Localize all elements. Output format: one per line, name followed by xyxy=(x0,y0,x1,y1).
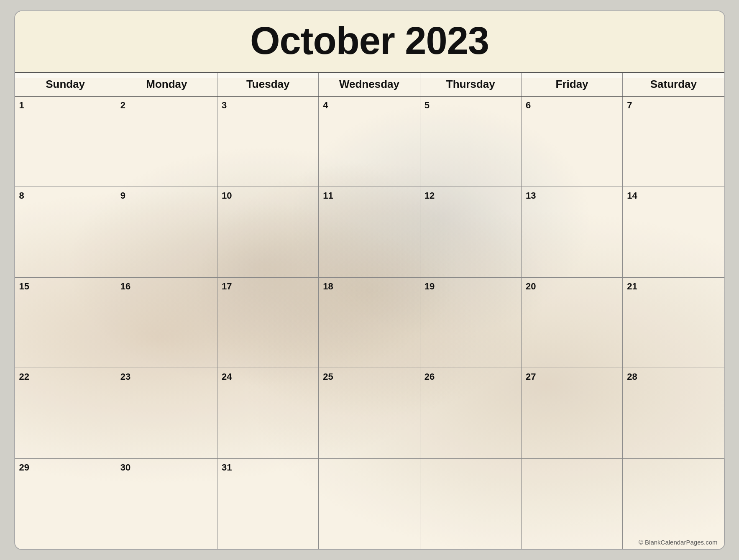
day-number: 8 xyxy=(19,190,112,201)
day-number: 20 xyxy=(526,281,618,292)
day-cell: 23 xyxy=(116,368,217,458)
day-cell xyxy=(420,459,522,549)
day-header-friday: Friday xyxy=(522,73,623,96)
calendar-grid: SundayMondayTuesdayWednesdayThursdayFrid… xyxy=(15,73,724,549)
day-header-tuesday: Tuesday xyxy=(217,73,319,96)
day-cell: 25 xyxy=(319,368,420,458)
day-cell: 31 xyxy=(217,459,319,549)
day-number: 1 xyxy=(19,100,112,111)
day-cell: 10 xyxy=(217,187,319,277)
day-cell: 16 xyxy=(116,278,217,368)
day-cell: 28 xyxy=(623,368,724,458)
day-number: 25 xyxy=(323,371,415,382)
day-cell xyxy=(623,459,724,549)
day-number: 22 xyxy=(19,371,112,382)
day-cell xyxy=(319,459,420,549)
day-number: 17 xyxy=(222,281,314,292)
day-cell: 29 xyxy=(15,459,116,549)
day-cell: 27 xyxy=(522,368,623,458)
day-cell: 17 xyxy=(217,278,319,368)
day-cell: 11 xyxy=(319,187,420,277)
calendar-header: October 2023 xyxy=(15,11,724,73)
day-cell: 20 xyxy=(522,278,623,368)
day-number: 5 xyxy=(424,100,517,111)
day-cell: 15 xyxy=(15,278,116,368)
day-cell: 14 xyxy=(623,187,724,277)
week-row-5: 293031 xyxy=(15,459,724,549)
day-number: 12 xyxy=(424,190,517,201)
day-number: 24 xyxy=(222,371,314,382)
day-number: 30 xyxy=(120,462,213,473)
day-cell: 26 xyxy=(420,368,522,458)
day-number: 7 xyxy=(627,100,720,111)
day-cell: 9 xyxy=(116,187,217,277)
week-row-1: 1234567 xyxy=(15,97,724,187)
day-number: 26 xyxy=(424,371,517,382)
day-cell: 4 xyxy=(319,97,420,187)
day-number: 18 xyxy=(323,281,415,292)
day-cell xyxy=(522,459,623,549)
day-number: 28 xyxy=(627,371,720,382)
day-header-wednesday: Wednesday xyxy=(319,73,420,96)
day-cell: 2 xyxy=(116,97,217,187)
day-number: 2 xyxy=(120,100,213,111)
day-number: 27 xyxy=(526,371,618,382)
day-number: 3 xyxy=(222,100,314,111)
day-header-thursday: Thursday xyxy=(420,73,522,96)
calendar-title: October 2023 xyxy=(15,19,724,63)
day-number: 19 xyxy=(424,281,517,292)
day-cell: 13 xyxy=(522,187,623,277)
day-number: 9 xyxy=(120,190,213,201)
week-row-4: 22232425262728 xyxy=(15,368,724,459)
day-cell: 18 xyxy=(319,278,420,368)
day-header-sunday: Sunday xyxy=(15,73,116,96)
day-cell: 22 xyxy=(15,368,116,458)
day-number: 13 xyxy=(526,190,618,201)
day-cell: 3 xyxy=(217,97,319,187)
day-number: 6 xyxy=(526,100,618,111)
day-number: 4 xyxy=(323,100,415,111)
day-number: 11 xyxy=(323,190,415,201)
day-cell: 30 xyxy=(116,459,217,549)
day-header-monday: Monday xyxy=(116,73,217,96)
day-number: 31 xyxy=(222,462,314,473)
week-row-3: 15161718192021 xyxy=(15,278,724,368)
day-number: 29 xyxy=(19,462,112,473)
day-cell: 24 xyxy=(217,368,319,458)
day-cell: 7 xyxy=(623,97,724,187)
day-cell: 8 xyxy=(15,187,116,277)
day-cell: 1 xyxy=(15,97,116,187)
day-cell: 21 xyxy=(623,278,724,368)
day-number: 10 xyxy=(222,190,314,201)
day-number: 15 xyxy=(19,281,112,292)
watermark: © BlankCalendarPages.com xyxy=(639,539,718,546)
day-headers-row: SundayMondayTuesdayWednesdayThursdayFrid… xyxy=(15,73,724,97)
day-cell: 19 xyxy=(420,278,522,368)
day-number: 16 xyxy=(120,281,213,292)
calendar-container: October 2023 SundayMondayTuesdayWednesda… xyxy=(14,10,725,550)
day-number: 21 xyxy=(627,281,720,292)
day-cell: 5 xyxy=(420,97,522,187)
weeks-container: 1234567891011121314151617181920212223242… xyxy=(15,97,724,549)
week-row-2: 891011121314 xyxy=(15,187,724,278)
day-cell: 12 xyxy=(420,187,522,277)
day-number: 23 xyxy=(120,371,213,382)
day-header-saturday: Saturday xyxy=(623,73,724,96)
day-number: 14 xyxy=(627,190,720,201)
day-cell: 6 xyxy=(522,97,623,187)
